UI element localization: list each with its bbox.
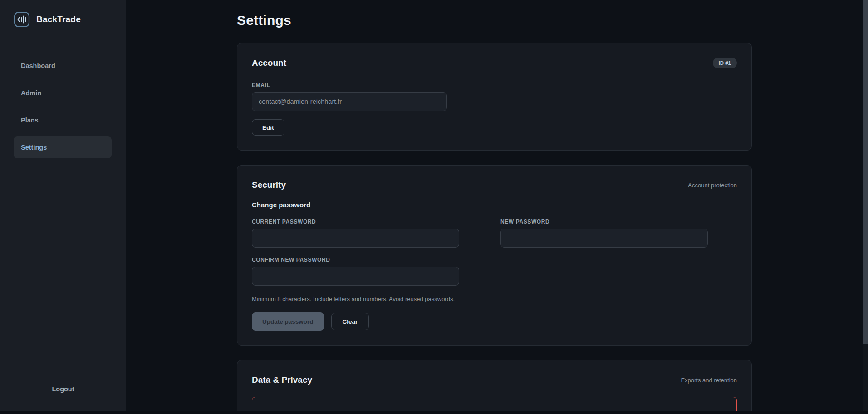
sidebar-divider-top — [11, 39, 115, 39]
confirm-password-field[interactable] — [252, 267, 459, 286]
sidebar-item-dashboard[interactable]: Dashboard — [14, 55, 112, 77]
sidebar-item-admin[interactable]: Admin — [14, 82, 112, 104]
sidebar-divider-bottom — [11, 370, 115, 370]
privacy-card-header: Data & Privacy Exports and retention — [252, 375, 737, 385]
new-password-group: NEW PASSWORD — [500, 209, 708, 248]
account-card-title: Account — [252, 58, 286, 68]
password-helper-text: Minimum 8 characters. Include letters an… — [252, 296, 737, 302]
brand: BackTrade — [14, 11, 81, 28]
sidebar-nav: Dashboard Admin Plans Settings — [14, 55, 112, 164]
security-card-subtitle: Account protection — [688, 182, 737, 189]
privacy-card-subtitle: Exports and retention — [681, 377, 737, 384]
brand-name: BackTrade — [36, 15, 81, 24]
sidebar-item-settings[interactable]: Settings — [14, 136, 112, 158]
sidebar: BackTrade Dashboard Admin Plans Settings… — [0, 0, 126, 414]
current-password-label: CURRENT PASSWORD — [252, 219, 459, 225]
privacy-card-title: Data & Privacy — [252, 375, 312, 385]
account-card-header: Account ID #1 — [252, 58, 737, 68]
security-card-title: Security — [252, 180, 286, 190]
vertical-scrollbar[interactable] — [863, 0, 868, 414]
sidebar-item-plans[interactable]: Plans — [14, 109, 112, 131]
main-content: Settings Account ID #1 EMAIL Edit Securi… — [237, 0, 752, 414]
privacy-card: Data & Privacy Exports and retention — [237, 360, 752, 414]
app-root: BackTrade Dashboard Admin Plans Settings… — [0, 0, 868, 414]
new-password-label: NEW PASSWORD — [500, 219, 708, 225]
security-card: Security Account protection Change passw… — [237, 165, 752, 346]
confirm-password-group: CONFIRM NEW PASSWORD — [252, 248, 459, 286]
backtrade-logo-icon — [14, 11, 30, 28]
current-password-field[interactable] — [252, 229, 459, 248]
email-label: EMAIL — [252, 82, 737, 88]
clear-button[interactable]: Clear — [331, 313, 369, 330]
confirm-password-label: CONFIRM NEW PASSWORD — [252, 257, 459, 263]
account-card: Account ID #1 EMAIL Edit — [237, 43, 752, 151]
scrollbar-thumb[interactable] — [863, 0, 868, 344]
change-password-title: Change password — [252, 201, 737, 209]
security-card-header: Security Account protection — [252, 180, 737, 190]
current-password-group: CURRENT PASSWORD — [252, 209, 459, 248]
edit-email-button[interactable]: Edit — [252, 119, 284, 136]
logout-button[interactable]: Logout — [0, 381, 126, 397]
password-form-grid: CURRENT PASSWORD NEW PASSWORD CONFIRM NE… — [252, 209, 737, 286]
email-field[interactable] — [252, 92, 447, 111]
new-password-field[interactable] — [500, 229, 708, 248]
bottom-edge — [0, 411, 868, 414]
password-actions: Update password Clear — [252, 312, 737, 331]
update-password-button[interactable]: Update password — [252, 312, 324, 331]
account-id-badge: ID #1 — [713, 58, 737, 68]
page-title: Settings — [237, 13, 752, 28]
